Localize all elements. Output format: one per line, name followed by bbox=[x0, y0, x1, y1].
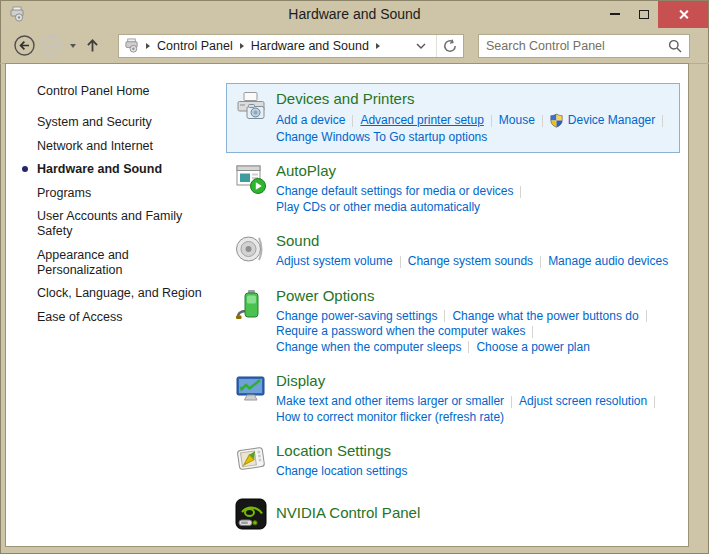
sidebar-item-label: Network and Internet bbox=[37, 139, 153, 153]
minimize-button[interactable] bbox=[600, 0, 629, 28]
sidebar-items: System and SecurityNetwork and InternetH… bbox=[37, 115, 218, 325]
task-link-change-when-the-computer-sleeps[interactable]: Change when the computer sleeps bbox=[276, 341, 461, 354]
address-printer-icon bbox=[124, 38, 139, 53]
maximize-button[interactable] bbox=[629, 0, 658, 28]
task-link-row: Require a password when the computer wak… bbox=[276, 325, 654, 338]
section-body: AutoPlayChange default settings for medi… bbox=[276, 162, 528, 216]
section-nvidia-control-panel: NVIDIA Control Panel bbox=[226, 490, 680, 537]
refresh-button[interactable] bbox=[437, 35, 463, 57]
section-title-location-settings[interactable]: Location Settings bbox=[276, 442, 391, 460]
task-link-change-location-settings[interactable]: Change location settings bbox=[276, 465, 407, 478]
section-body: Power OptionsChange power-saving setting… bbox=[276, 287, 654, 357]
sidebar-item-clock-language-and-region[interactable]: Clock, Language, and Region bbox=[37, 286, 207, 301]
task-link-row: Play CDs or other media automatically bbox=[276, 201, 528, 214]
section-title-sound[interactable]: Sound bbox=[276, 232, 319, 250]
section-autoplay: AutoPlayChange default settings for medi… bbox=[226, 155, 680, 223]
section-title-devices-and-printers[interactable]: Devices and Printers bbox=[276, 90, 414, 108]
breadcrumb-control-panel[interactable]: Control Panel bbox=[155, 39, 235, 53]
sidebar-item-ease-of-access[interactable]: Ease of Access bbox=[37, 310, 207, 325]
task-link-row: Change Windows To Go startup options bbox=[276, 131, 670, 144]
sidebar: Control Panel Home System and SecurityNe… bbox=[6, 64, 218, 546]
task-link-row: Make text and other items larger or smal… bbox=[276, 395, 662, 408]
display-icon bbox=[235, 373, 267, 405]
breadcrumb-chevron-icon[interactable] bbox=[146, 43, 150, 49]
sidebar-item-network-and-internet[interactable]: Network and Internet bbox=[37, 139, 207, 154]
sidebar-item-label: Appearance and Personalization bbox=[37, 248, 129, 277]
task-link-change-system-sounds[interactable]: Change system sounds bbox=[408, 255, 533, 268]
link-separator bbox=[662, 115, 663, 127]
nvidia-icon bbox=[235, 498, 267, 530]
task-link-manage-audio-devices[interactable]: Manage audio devices bbox=[548, 255, 668, 268]
section-title-autoplay[interactable]: AutoPlay bbox=[276, 162, 336, 180]
sidebar-item-control-panel-home[interactable]: Control Panel Home bbox=[37, 84, 209, 98]
power-options-icon bbox=[235, 288, 267, 320]
sidebar-item-system-and-security[interactable]: System and Security bbox=[37, 115, 207, 130]
up-button[interactable] bbox=[84, 37, 101, 54]
task-link-adjust-screen-resolution[interactable]: Adjust screen resolution bbox=[519, 395, 647, 408]
link-separator bbox=[400, 256, 401, 268]
breadcrumb-chevron-icon[interactable] bbox=[240, 43, 244, 49]
task-link-how-to-correct-monitor-flicker-refresh-rate[interactable]: How to correct monitor flicker (refresh … bbox=[276, 411, 504, 424]
link-separator bbox=[542, 115, 543, 127]
section-body: NVIDIA Control Panel bbox=[276, 504, 420, 522]
close-button[interactable] bbox=[658, 1, 708, 28]
task-link-adjust-system-volume[interactable]: Adjust system volume bbox=[276, 255, 393, 268]
search-input[interactable] bbox=[486, 39, 668, 53]
window-border-bottom bbox=[0, 546, 709, 554]
active-bullet-icon bbox=[22, 166, 28, 172]
devices-and-printers-icon bbox=[235, 91, 267, 123]
address-dropdown-icon[interactable] bbox=[414, 43, 428, 49]
forward-icon bbox=[41, 35, 62, 56]
task-link-row: Change when the computer sleepsChoose a … bbox=[276, 341, 654, 354]
uac-shield-icon bbox=[550, 113, 563, 128]
task-link-row: Change location settings bbox=[276, 465, 407, 478]
section-power-options: Power OptionsChange power-saving setting… bbox=[226, 280, 680, 364]
autoplay-icon bbox=[235, 163, 267, 195]
breadcrumb-chevron-icon[interactable] bbox=[376, 43, 380, 49]
task-link-row: Add a deviceAdvanced printer setupMouseD… bbox=[276, 113, 670, 128]
task-link-choose-a-power-plan[interactable]: Choose a power plan bbox=[476, 341, 589, 354]
sections: Devices and PrintersAdd a deviceAdvanced… bbox=[218, 64, 688, 546]
link-separator bbox=[532, 326, 533, 338]
address-bar[interactable]: Control Panel Hardware and Sound bbox=[118, 34, 464, 58]
task-link-row: Adjust system volumeChange system sounds… bbox=[276, 255, 668, 268]
history-chevron-icon[interactable] bbox=[70, 44, 76, 48]
search-icon[interactable] bbox=[668, 39, 682, 53]
task-link-change-power-saving-settings[interactable]: Change power-saving settings bbox=[276, 310, 437, 323]
link-separator bbox=[540, 256, 541, 268]
task-link-advanced-printer-setup[interactable]: Advanced printer setup bbox=[360, 114, 483, 127]
back-button[interactable] bbox=[14, 35, 35, 56]
link-separator bbox=[520, 186, 521, 198]
breadcrumb-hardware-and-sound[interactable]: Hardware and Sound bbox=[249, 39, 371, 53]
up-icon bbox=[84, 37, 101, 54]
sidebar-item-programs[interactable]: Programs bbox=[37, 186, 207, 201]
section-title-display[interactable]: Display bbox=[276, 372, 325, 390]
sidebar-item-user-accounts-and-family-safety[interactable]: User Accounts and Family Safety bbox=[37, 209, 207, 239]
task-link-make-text-and-other-items-larger-or-smaller[interactable]: Make text and other items larger or smal… bbox=[276, 395, 504, 408]
task-link-change-windows-to-go-startup-options[interactable]: Change Windows To Go startup options bbox=[276, 131, 487, 144]
sidebar-item-label: System and Security bbox=[37, 115, 152, 129]
close-icon bbox=[678, 9, 689, 20]
sidebar-item-label: User Accounts and Family Safety bbox=[37, 209, 182, 238]
task-link-change-default-settings-for-media-or-devices[interactable]: Change default settings for media or dev… bbox=[276, 185, 513, 198]
sidebar-item-hardware-and-sound[interactable]: Hardware and Sound bbox=[37, 162, 207, 177]
sidebar-item-label: Clock, Language, and Region bbox=[37, 286, 202, 300]
task-link-require-a-password-when-the-computer-wakes[interactable]: Require a password when the computer wak… bbox=[276, 325, 525, 338]
task-link-play-cds-or-other-media-automatically[interactable]: Play CDs or other media automatically bbox=[276, 201, 480, 214]
section-body: DisplayMake text and other items larger … bbox=[276, 372, 662, 426]
link-separator bbox=[511, 396, 512, 408]
task-link-mouse[interactable]: Mouse bbox=[499, 114, 535, 127]
section-devices-and-printers[interactable]: Devices and PrintersAdd a deviceAdvanced… bbox=[226, 83, 680, 153]
task-link-add-a-device[interactable]: Add a device bbox=[276, 114, 345, 127]
forward-button[interactable] bbox=[41, 35, 62, 56]
section-display: DisplayMake text and other items larger … bbox=[226, 365, 680, 433]
task-link-row: How to correct monitor flicker (refresh … bbox=[276, 411, 662, 424]
task-link-change-what-the-power-buttons-do[interactable]: Change what the power buttons do bbox=[452, 310, 638, 323]
titlebar[interactable]: Hardware and Sound bbox=[0, 0, 709, 28]
section-title-power-options[interactable]: Power Options bbox=[276, 287, 374, 305]
sidebar-item-appearance-and-personalization[interactable]: Appearance and Personalization bbox=[37, 248, 207, 278]
section-title-nvidia-control-panel[interactable]: NVIDIA Control Panel bbox=[276, 504, 420, 522]
search-box[interactable] bbox=[478, 34, 690, 58]
section-location-settings: Location SettingsChange location setting… bbox=[226, 435, 680, 488]
task-link-device-manager[interactable]: Device Manager bbox=[550, 113, 655, 128]
